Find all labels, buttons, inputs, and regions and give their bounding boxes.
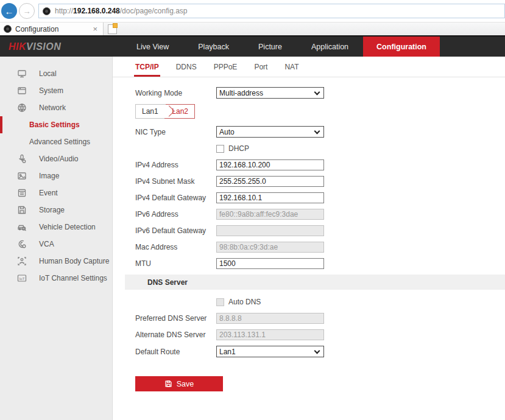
mac-address-label: Mac Address [135, 243, 216, 251]
lan-arrow-icon [164, 104, 166, 119]
preferred-dns-label: Preferred DNS Server [135, 314, 216, 323]
nav-item-playback[interactable]: Playback [183, 37, 244, 57]
ipv6-default-gateway-label: IPv6 Default Gateway [135, 226, 216, 235]
back-button[interactable]: ← [1, 3, 17, 19]
dhcp-label: DHCP [228, 144, 249, 153]
sidebar: Local System Network Basic Settings Adva… [0, 57, 113, 420]
nic-type-select[interactable]: Auto [216, 126, 324, 138]
svg-text:IoT: IoT [19, 277, 25, 281]
sidebar-item-event[interactable]: Event [0, 184, 112, 201]
sidebar-item-label: Basic Settings [29, 121, 80, 129]
vehicle-icon [17, 222, 27, 232]
calendar-icon [17, 188, 27, 198]
working-mode-select[interactable]: Multi-address [216, 87, 324, 99]
sidebar-item-system[interactable]: System [0, 82, 112, 99]
chevron-down-icon [314, 128, 320, 135]
nav-item-picture[interactable]: Picture [244, 37, 297, 57]
tab-favicon-icon [4, 25, 12, 33]
sidebar-item-label: Video/Audio [39, 155, 79, 163]
mac-address-input [216, 242, 324, 253]
sidebar-item-vca[interactable]: VCA [0, 236, 112, 253]
mtu-label: MTU [135, 259, 216, 268]
default-route-value: Lan1 [219, 348, 236, 356]
new-tab-button[interactable] [108, 24, 117, 34]
default-route-label: Default Route [135, 348, 216, 356]
chevron-down-icon [314, 348, 320, 354]
dns-server-header-label: DNS Server [147, 278, 188, 287]
sidebar-item-label: Human Body Capture [39, 257, 109, 265]
ipv4-address-label: IPv4 Address [135, 161, 216, 169]
working-mode-value: Multi-address [219, 89, 263, 97]
forward-arrow-icon: → [23, 7, 31, 16]
iot-icon: IoT [17, 273, 27, 283]
dhcp-checkbox[interactable] [216, 145, 224, 153]
tab-port[interactable]: Port [254, 63, 267, 77]
tab-nat[interactable]: NAT [284, 63, 298, 77]
sidebar-item-label: IoT Channel Settings [39, 274, 107, 282]
forward-button[interactable]: → [19, 3, 35, 19]
working-mode-label: Working Mode [135, 89, 216, 97]
save-button-label: Save [177, 380, 194, 388]
ipv4-default-gateway-input[interactable] [216, 192, 324, 203]
url-host: 192.168.0.248 [73, 7, 120, 15]
auto-dns-label: Auto DNS [228, 298, 261, 306]
sidebar-item-video-audio[interactable]: Video/Audio [0, 150, 112, 167]
sidebar-item-iot-channel-settings[interactable]: IoT IoT Channel Settings [0, 270, 112, 287]
tab-title: Configuration [15, 25, 91, 33]
browser-tab[interactable]: Configuration × [0, 23, 104, 35]
nav-item-application[interactable]: Application [297, 37, 363, 57]
chevron-down-icon [314, 89, 320, 96]
logo-prefix: HIK [9, 41, 26, 52]
ipv6-address-label: IPv6 Address [135, 210, 216, 219]
person-icon [17, 256, 27, 266]
sidebar-item-network[interactable]: Network [0, 99, 112, 116]
page-tabbar: TCP/IP DDNS PPPoE Port NAT [113, 57, 505, 77]
default-route-select[interactable]: Lan1 [216, 346, 324, 357]
floppy-icon [17, 205, 27, 215]
close-icon[interactable]: × [91, 24, 99, 33]
tcpip-form: Working Mode Multi-address Lan1 Lan2 NIC… [113, 77, 505, 391]
sidebar-item-label: VCA [39, 240, 54, 248]
preferred-dns-input [216, 313, 324, 324]
sidebar-item-label: Advanced Settings [29, 138, 90, 146]
url-scheme: http:// [55, 7, 73, 15]
sidebar-item-label: Local [39, 69, 57, 78]
tab-lan1[interactable]: Lan1 [135, 104, 164, 119]
tab-tcpip[interactable]: TCP/IP [135, 63, 159, 77]
save-button[interactable]: Save [135, 376, 223, 391]
sidebar-item-label: Event [39, 189, 58, 197]
address-bar[interactable]: http://192.168.0.248/doc/page/config.asp [38, 4, 505, 18]
sidebar-item-storage[interactable]: Storage [0, 201, 112, 219]
window-icon [17, 86, 27, 96]
ipv6-default-gateway-input [216, 225, 324, 236]
lan-tabs: Lan1 Lan2 [135, 104, 195, 119]
nav-item-configuration[interactable]: Configuration [363, 37, 440, 57]
save-floppy-icon [164, 380, 172, 388]
sidebar-item-human-body-capture[interactable]: Human Body Capture [0, 253, 112, 270]
sidebar-item-vehicle-detection[interactable]: Vehicle Detection [0, 219, 112, 236]
nav-item-live-view[interactable]: Live View [122, 37, 183, 57]
image-icon [17, 171, 27, 181]
sidebar-item-label: Vehicle Detection [39, 223, 96, 231]
sidebar-item-advanced-settings[interactable]: Advanced Settings [0, 133, 112, 150]
sidebar-item-label: Image [39, 172, 59, 180]
ipv4-subnet-mask-input[interactable] [216, 176, 324, 187]
hikvision-logo: HIKVISION [0, 37, 122, 57]
monitor-icon [17, 69, 27, 79]
browser-tab-row: Configuration × [0, 22, 505, 35]
dns-server-header: DNS Server [125, 275, 505, 290]
mtu-input[interactable] [216, 258, 324, 269]
sidebar-item-image[interactable]: Image [0, 167, 112, 184]
browser-address-row: ← → http://192.168.0.248/doc/page/config… [0, 0, 505, 22]
nic-type-label: NIC Type [135, 128, 216, 136]
ipv4-address-input[interactable] [216, 159, 324, 170]
url-text: http://192.168.0.248/doc/page/config.asp [55, 7, 188, 15]
sidebar-item-local[interactable]: Local [0, 65, 112, 82]
nav-items: Live View Playback Picture Application C… [122, 37, 440, 57]
sidebar-item-basic-settings[interactable]: Basic Settings [0, 116, 112, 133]
main-panel: TCP/IP DDNS PPPoE Port NAT Working Mode … [113, 57, 505, 420]
top-nav: HIKVISION Live View Playback Picture App… [0, 35, 505, 57]
tab-pppoe[interactable]: PPPoE [214, 63, 238, 77]
sidebar-item-label: Network [39, 103, 66, 112]
tab-ddns[interactable]: DDNS [176, 63, 197, 77]
